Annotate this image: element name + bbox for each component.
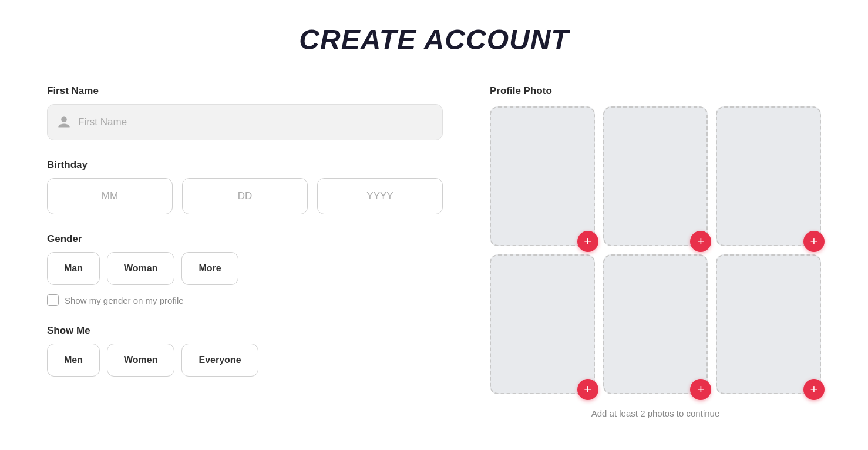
photo-section-label: Profile Photo <box>490 85 821 97</box>
add-photo-1-button[interactable]: + <box>577 231 598 252</box>
add-photo-4-button[interactable]: + <box>577 379 598 400</box>
add-photo-6-button[interactable]: + <box>803 379 825 400</box>
photo-grid: + + + + + + <box>490 106 821 394</box>
photo-slot-3: + <box>716 106 821 246</box>
form-section: First Name Birthday Gende <box>47 85 443 395</box>
show-me-label: Show Me <box>47 325 443 337</box>
photo-slot-2: + <box>603 106 708 246</box>
first-name-input[interactable] <box>78 116 433 128</box>
page-title: CREATE ACCOUNT <box>47 23 821 56</box>
photo-section: Profile Photo + + + + + + <box>490 85 821 418</box>
show-gender-row: Show my gender on my profile <box>47 294 443 306</box>
photo-hint: Add at least 2 photos to continue <box>490 408 821 418</box>
photo-slot-6: + <box>716 254 821 394</box>
birthday-dd-input[interactable] <box>182 178 308 214</box>
show-me-group: Show Me Men Women Everyone <box>47 325 443 377</box>
photo-slot-5: + <box>603 254 708 394</box>
show-everyone-button[interactable]: Everyone <box>181 344 258 377</box>
gender-more-button[interactable]: More <box>181 252 238 285</box>
photo-slot-4: + <box>490 254 595 394</box>
birthday-yyyy-input[interactable] <box>317 178 443 214</box>
add-photo-5-button[interactable]: + <box>690 379 711 400</box>
show-me-options: Men Women Everyone <box>47 344 443 377</box>
user-icon <box>57 115 71 129</box>
gender-man-button[interactable]: Man <box>47 252 100 285</box>
first-name-group: First Name <box>47 85 443 140</box>
first-name-label: First Name <box>47 85 443 97</box>
show-gender-label: Show my gender on my profile <box>65 295 184 305</box>
gender-woman-button[interactable]: Woman <box>107 252 174 285</box>
birthday-mm-input[interactable] <box>47 178 173 214</box>
gender-label: Gender <box>47 233 443 245</box>
gender-options: Man Woman More <box>47 252 443 285</box>
birthday-group: Birthday <box>47 159 443 214</box>
show-women-button[interactable]: Women <box>107 344 174 377</box>
show-gender-checkbox[interactable] <box>47 294 59 306</box>
gender-group: Gender Man Woman More Show my gender on … <box>47 233 443 306</box>
first-name-input-wrapper <box>47 104 443 140</box>
birthday-row <box>47 178 443 214</box>
birthday-label: Birthday <box>47 159 443 171</box>
photo-slot-1: + <box>490 106 595 246</box>
add-photo-3-button[interactable]: + <box>803 231 825 252</box>
show-men-button[interactable]: Men <box>47 344 100 377</box>
add-photo-2-button[interactable]: + <box>690 231 711 252</box>
